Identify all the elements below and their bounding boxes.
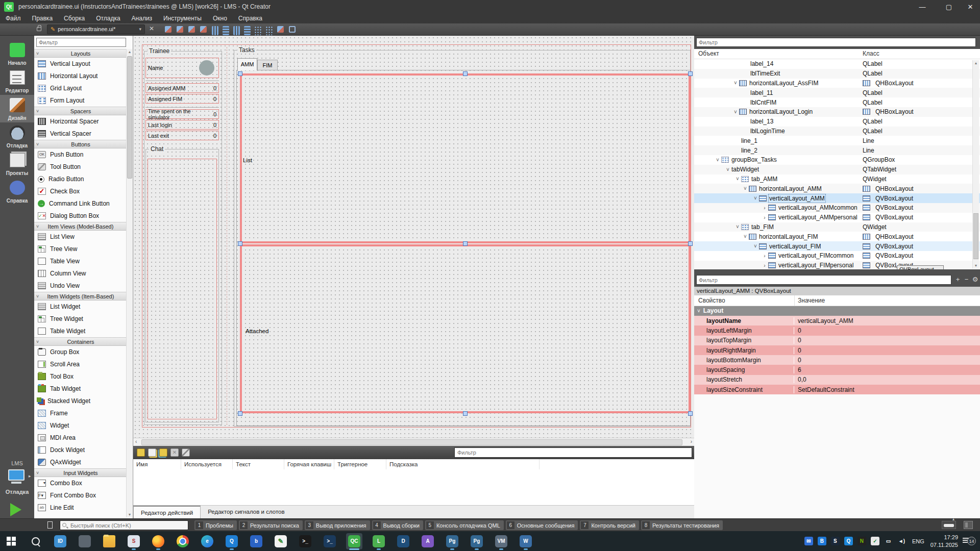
bottom-tab[interactable]: Редактор сигналов и слотов [201,506,291,518]
widget-entry[interactable]: ˅Dock Widget Dock Widget [34,444,127,456]
layout-form-icon[interactable] [254,26,261,35]
widget-entry[interactable]: ˅Vertical Spacer Vertical Spacer [34,128,127,140]
output-pane-button[interactable]: 2 Результаты поиска [239,520,303,530]
tray-icon[interactable]: S [831,537,840,545]
assigned-fim-row[interactable]: Assigned FIM 0 [145,94,219,104]
unlock-icon[interactable] [37,27,41,31]
widgetbox-filter-input[interactable] [36,38,126,47]
collapse-icon[interactable]: ˅ [697,308,700,314]
taskbar-app-icon[interactable]: VM [493,533,509,549]
mode-button[interactable]: Отладка [0,122,34,150]
sidebar-toggle-icon[interactable] [964,521,973,529]
widget-entry[interactable]: ˅QAxWidget QAxWidget [34,456,127,468]
new-action-icon[interactable] [137,448,145,457]
taskbar-app-icon[interactable] [77,533,93,549]
object-tree-row[interactable]: label_11 QLabel [694,88,980,97]
break-layout-icon[interactable] [277,26,284,33]
widget-entry[interactable]: ˅Column View Column View [34,267,127,280]
selection-handle[interactable] [463,241,468,246]
widget-entry[interactable]: ˅List View List View [34,231,127,243]
build-progress-icon[interactable] [942,521,956,529]
widget-entry[interactable]: ˅Radio Button Radio Button [34,173,127,185]
mode-button[interactable]: Проекты [0,150,34,178]
quick-search-input[interactable] [60,520,188,530]
adjust-size-icon[interactable] [289,26,296,33]
widget-entry[interactable]: ˅Vertical Layout Vertical Layout [34,58,127,70]
menu-item[interactable]: Окно [207,14,233,23]
tab-fim[interactable]: FIM [257,60,278,70]
menu-item[interactable]: Файл [0,14,27,23]
bottom-tab[interactable]: Редактор действий [133,506,201,518]
edit-tab-order-icon[interactable] [200,26,207,33]
selection-handle[interactable] [463,71,468,76]
output-pane-button[interactable]: 8 Результаты тестирования [641,520,723,530]
widget-entry[interactable]: ˅Group Box Group Box [34,346,127,358]
taskbar-app-icon[interactable] [3,533,19,549]
taskbar-app-icon[interactable] [150,533,166,549]
expander-icon[interactable]: ˅ [752,195,759,201]
taskbar-app-icon[interactable]: S [126,533,142,549]
action-column-header[interactable]: Используется [181,459,233,469]
property-row[interactable]: layoutBottomMargin 0 [694,355,980,365]
expander-icon[interactable]: ˅ [724,167,731,172]
language-indicator[interactable]: ENG [912,538,924,544]
locator-icon[interactable] [47,521,53,529]
menu-item[interactable]: Справка [233,14,268,23]
expander-icon[interactable]: ˅ [734,224,741,230]
canvas-hscrollbar[interactable]: ‹ › [133,438,694,446]
scroll-down-icon[interactable]: ▼ [973,264,979,267]
action-filter-input[interactable] [454,447,692,458]
list-layout-selection[interactable]: List [240,73,691,243]
widget-entry[interactable]: ˅Tool Button Tool Button [34,161,127,173]
minimize-button[interactable]: — [912,0,933,14]
expander-icon[interactable]: ˅ [732,80,739,86]
class-column-header[interactable]: Класс [863,50,879,57]
kit-selector-icon[interactable] [8,469,24,481]
taskbar-app-icon[interactable] [175,533,191,549]
widget-entry[interactable]: ˅Dialog Button Box Dialog Button Box [34,210,127,222]
selection-handle[interactable] [238,71,242,76]
widget-entry[interactable]: ˅Frame Frame [34,407,127,419]
open-document-selector[interactable]: ✎ personalcardtrainee.ui* ▾ [47,24,145,34]
widget-entry[interactable]: ˅MDI Area MDI Area [34,432,127,444]
object-tree-row[interactable]: ˅ horizontalLayout_Login QHBoxLayout [694,107,980,117]
widget-entry[interactable]: ˅Input Widgets Input Widgets [34,468,127,477]
property-row[interactable]: layoutRightMargin 0 [694,345,980,355]
action-column-header[interactable]: Подсказка [386,459,540,469]
object-tree-row[interactable]: ˅ horizontalLayout_FIM QHBoxLayout [694,232,980,241]
clock[interactable]: 17:29 07.11.2025 [930,534,958,549]
action-column-header[interactable]: Горячая клавиш [284,459,334,469]
taskbar-app-icon[interactable] [28,533,44,549]
tray-icon[interactable]: ✓ [871,537,879,545]
object-tree-row[interactable]: › verticalLayout_FIMcommon QVBoxLayout [694,251,980,261]
add-property-button[interactable]: + [953,275,962,285]
kit-expand-icon[interactable]: ▸ [29,473,31,479]
object-tree-row[interactable]: ˅ tab_FIM QWidget [694,222,980,232]
expander-icon[interactable]: ˅ [714,157,721,163]
selection-handle[interactable] [688,241,693,246]
tab-amm[interactable]: AMM [237,58,257,70]
object-tree-row[interactable]: line_1 Line [694,136,980,145]
taskbar-app-icon[interactable]: >_ [322,533,338,549]
selection-handle[interactable] [688,411,693,416]
property-row[interactable]: layoutTopMargin 0 [694,336,980,345]
maximize-button[interactable]: ▢ [938,0,960,14]
taskbar-app-icon[interactable]: Q [224,533,240,549]
scrollbar-thumb[interactable] [127,56,132,179]
expander-icon[interactable]: › [761,263,768,268]
taskbar-app-icon[interactable]: A [420,533,436,549]
output-pane-button[interactable]: 5 Консоль отладчика QML [425,520,504,530]
selection-handle[interactable] [463,411,468,416]
object-tree-row[interactable]: ˅ horizontalLayout_AMM QHBoxLayout [694,184,980,193]
widget-entry[interactable]: ˅Widget Widget [34,419,127,432]
close-button[interactable]: ✕ [960,0,980,14]
layout-vertically-icon[interactable] [223,26,229,35]
layout-horizontally-icon[interactable] [212,26,218,35]
form-editor-canvas[interactable]: Trainee Name Assigned AMM 0 Assigned FIM… [133,36,694,438]
tray-icon[interactable]: B [818,537,826,545]
collapse-icon[interactable]: ˅ [36,469,39,477]
layout-vertical-splitter-icon[interactable] [244,26,251,35]
menu-item[interactable]: Правка [27,14,59,23]
layout-horizontal-splitter-icon[interactable] [233,26,240,35]
widget-entry[interactable]: ˅Tree View Tree View [34,243,127,255]
